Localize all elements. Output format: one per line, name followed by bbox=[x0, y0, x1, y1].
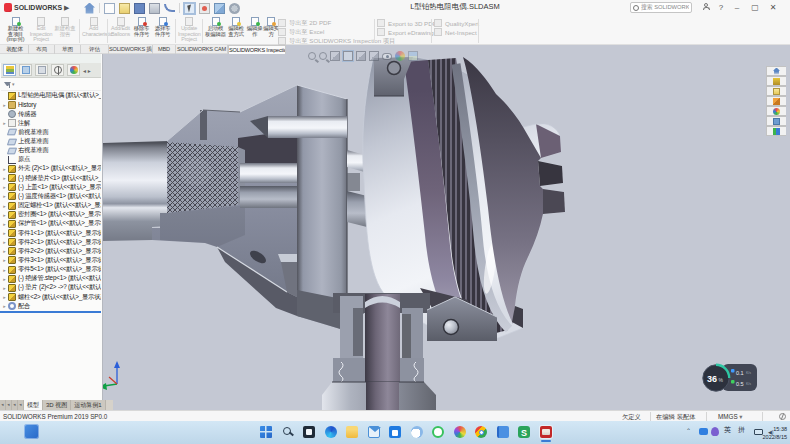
performance-widget[interactable]: 36 % 0.1 K/s 0.5 K/s bbox=[703, 364, 757, 391]
close-button[interactable]: ✕ bbox=[767, 2, 779, 13]
home-icon[interactable] bbox=[84, 3, 95, 14]
tree-item[interactable]: 原点 bbox=[1, 155, 101, 165]
zoom-fit-icon[interactable] bbox=[308, 52, 316, 60]
status-tag-icon[interactable] bbox=[779, 413, 786, 420]
tree-item[interactable]: ▸密封圈<1> (默认<<默认>_显示状态 bbox=[1, 210, 101, 220]
zoom-area-icon[interactable] bbox=[319, 52, 327, 60]
tab-评估[interactable]: 评估 bbox=[81, 45, 109, 54]
task-taskbar-icon[interactable] bbox=[302, 425, 316, 439]
tree-item[interactable]: ▸(-) 绝缘垫片<1> (默认<<默认>_显 bbox=[1, 173, 101, 183]
edit-operations-button[interactable]: 编辑操 作 bbox=[246, 17, 263, 44]
open-icon[interactable] bbox=[119, 3, 130, 14]
qq-taskbar-icon[interactable] bbox=[431, 425, 445, 439]
tree-root[interactable]: L型铂热电阻电偶 (默认<默认>_显示状态-1> bbox=[1, 91, 101, 101]
edit-appearance-icon[interactable] bbox=[395, 51, 405, 61]
tree-item[interactable]: ▸零件2<1> (默认<<默认>_显示状 bbox=[1, 237, 101, 247]
edit-inspection-project-button[interactable]: Edit Inspection Project bbox=[29, 17, 53, 44]
tab-草图[interactable]: 草图 bbox=[55, 45, 81, 54]
model-tab-模型[interactable]: 模型 bbox=[24, 400, 43, 410]
remove-balloons-button[interactable]: 移除零 件序号 bbox=[131, 17, 152, 44]
search-box[interactable]: 搜索 SOLIDWORKS 帮助 bbox=[630, 2, 692, 13]
display-style-icon[interactable] bbox=[369, 51, 379, 61]
folder-taskbar-icon[interactable] bbox=[345, 425, 359, 439]
model-tab-运动算例1[interactable]: 运动算例1 bbox=[71, 400, 105, 410]
tree-item[interactable]: ▸零件1<1> (默认<<默认>_显示状态 bbox=[1, 228, 101, 238]
panel-tab-1[interactable] bbox=[19, 64, 32, 76]
tree-item[interactable]: 传感器 bbox=[1, 109, 101, 119]
widgets-icon[interactable] bbox=[24, 424, 39, 439]
tree-item[interactable]: ▸保护管<1> (默认<<默认>_显示状 bbox=[1, 219, 101, 229]
hide-show-items-icon[interactable] bbox=[382, 53, 392, 60]
tree-item[interactable]: 右视基准面 bbox=[1, 146, 101, 156]
tree-item[interactable]: ▸配合 bbox=[1, 301, 101, 311]
design-library-tab[interactable] bbox=[766, 76, 786, 86]
undo-icon[interactable] bbox=[164, 4, 175, 12]
view-orientation-icon[interactable] bbox=[356, 51, 366, 61]
tree-item[interactable]: ▸零件5<1> (默认<<默认>_显示状 bbox=[1, 265, 101, 275]
help-button[interactable]: ? bbox=[715, 2, 727, 13]
tree-item[interactable]: ▸(-) 垫片 (2)<2> ->? (默认<<默认> bbox=[1, 283, 101, 293]
select-balloons-button[interactable]: 选择零 件序号 bbox=[152, 17, 173, 44]
custom-properties-tab[interactable] bbox=[766, 116, 786, 126]
tray-chevron-icon[interactable]: ⌃ bbox=[686, 427, 691, 434]
appearances-tab[interactable] bbox=[766, 106, 786, 116]
tab-装配体[interactable]: 装配体 bbox=[1, 45, 29, 54]
cloud-taskbar-icon[interactable] bbox=[410, 425, 424, 439]
panel-tab-3[interactable] bbox=[51, 64, 64, 76]
panel-tab-2[interactable] bbox=[35, 64, 48, 76]
tray-lang-pinyin[interactable]: 拼 bbox=[738, 425, 745, 435]
panel-tab-0[interactable] bbox=[3, 64, 16, 76]
file-explorer-tab[interactable] bbox=[766, 86, 786, 96]
tree-item[interactable]: ▸螺柱<2> (默认<<默认>_显示状态 bbox=[1, 292, 101, 302]
store-taskbar-icon[interactable] bbox=[388, 425, 402, 439]
tray-clock[interactable]: 15:38 2022/8/15 bbox=[763, 425, 787, 441]
tree-item[interactable]: ▸History bbox=[1, 100, 101, 110]
prev-view-icon[interactable] bbox=[330, 51, 340, 61]
wheel-taskbar-icon[interactable] bbox=[453, 425, 467, 439]
tree-filter-row[interactable]: ▾ bbox=[1, 78, 101, 91]
menu-flyout-arrow[interactable]: ▶ bbox=[64, 4, 72, 12]
new-inspection-report-button[interactable]: 新建检查 报告 bbox=[53, 17, 77, 44]
disp-icon[interactable] bbox=[214, 3, 225, 14]
panel-tab-4[interactable] bbox=[67, 64, 80, 76]
export-item[interactable]: Export eDrawing bbox=[377, 27, 434, 37]
tab-SOLIDWORKS Inspection[interactable]: SOLIDWORKS Inspection bbox=[228, 45, 286, 54]
add-characteristic-button[interactable]: Add Characteristic bbox=[82, 17, 105, 44]
tree-item[interactable]: ▸零件3<1> (默认<<默认>_显示状 bbox=[1, 256, 101, 266]
solidworks-taskbar-icon[interactable] bbox=[539, 425, 553, 439]
search-taskbar-icon[interactable] bbox=[281, 425, 295, 439]
chrome-taskbar-icon[interactable] bbox=[474, 425, 488, 439]
tree-item[interactable]: 上视基准面 bbox=[1, 137, 101, 147]
edge-taskbar-icon[interactable] bbox=[324, 425, 338, 439]
panel-split-bar[interactable] bbox=[0, 311, 101, 313]
tab-布局[interactable]: 布局 bbox=[29, 45, 55, 54]
onedrive-icon[interactable] bbox=[699, 428, 708, 435]
select-icon[interactable] bbox=[184, 3, 195, 14]
minimize-button[interactable]: – bbox=[731, 2, 743, 13]
tab-MBD[interactable]: MBD bbox=[153, 45, 176, 54]
forum-tab[interactable] bbox=[766, 126, 786, 136]
apply-scene-icon[interactable] bbox=[408, 51, 418, 61]
launch-template-editor-button[interactable]: 启动模 板编辑器 bbox=[205, 17, 226, 44]
status-units[interactable]: MMGS ▾ bbox=[718, 412, 743, 421]
tree-item[interactable]: ▸注解 bbox=[1, 118, 101, 128]
wps-taskbar-icon[interactable] bbox=[517, 425, 531, 439]
gear-icon[interactable] bbox=[229, 3, 240, 14]
tree-item[interactable]: ▸(-) 温度传感器<1> (默认<<默认> bbox=[1, 192, 101, 202]
print-icon[interactable] bbox=[149, 3, 160, 14]
edit-suppliers-button[interactable]: 编辑实 方 bbox=[263, 17, 279, 44]
tab-SOLIDWORKS CAM[interactable]: SOLIDWORKS CAM bbox=[176, 45, 228, 54]
tree-item[interactable]: ▸零件2<2> (默认<<默认>_显示状 bbox=[1, 247, 101, 257]
tree-item[interactable]: ▸(-) 绝缘管.step<1> (默认<<默认> bbox=[1, 274, 101, 284]
book-taskbar-icon[interactable] bbox=[496, 425, 510, 439]
tab-SOLIDWORKS 插件[interactable]: SOLIDWORKS 插件 bbox=[109, 45, 153, 54]
graphics-viewport[interactable]: 36 % 0.1 K/s 0.5 K/s bbox=[103, 45, 790, 410]
save-icon[interactable] bbox=[134, 3, 145, 14]
view-palette-tab[interactable] bbox=[766, 96, 786, 106]
start-taskbar-icon[interactable] bbox=[259, 425, 273, 439]
tree-item[interactable]: ▸(-) 上盖<1> (默认<<默认>_显示状 bbox=[1, 183, 101, 193]
location-icon[interactable] bbox=[711, 427, 719, 436]
maximize-button[interactable]: ▢ bbox=[749, 2, 761, 13]
tree-item[interactable]: ▸外壳 (2)<1> (默认<<默认>_显示状 bbox=[1, 164, 101, 174]
edit-inspection-methods-button[interactable]: 编辑检 查方式 bbox=[226, 17, 246, 44]
